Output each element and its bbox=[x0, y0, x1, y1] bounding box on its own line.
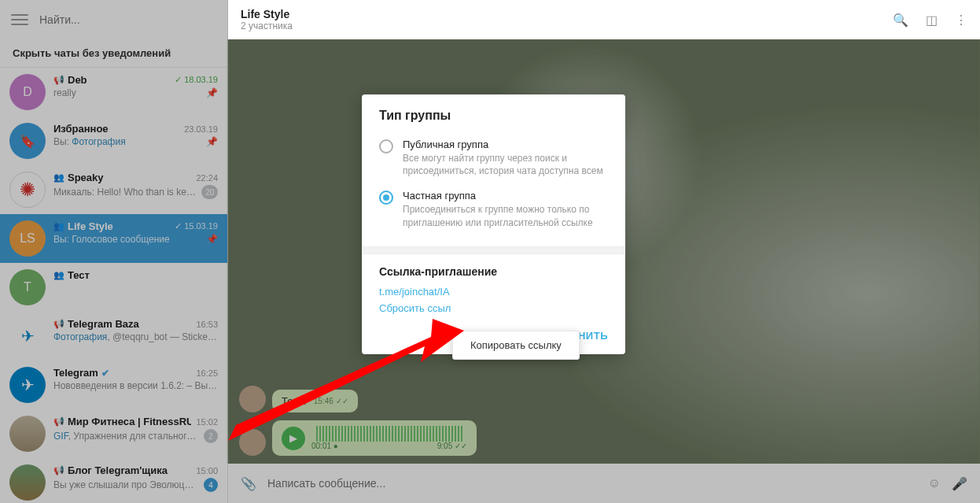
more-icon[interactable]: ⋮ bbox=[955, 13, 967, 28]
invite-link-title: Ссылка-приглашение bbox=[379, 265, 608, 278]
reset-link-button[interactable]: Сбросить ссыл bbox=[379, 302, 608, 314]
modal-title: Тип группы bbox=[362, 94, 625, 132]
radio-icon-selected bbox=[379, 190, 393, 205]
radio-public-group[interactable]: Публичная группа Все могут найти группу … bbox=[379, 132, 608, 183]
sidepanel-icon[interactable]: ◫ bbox=[926, 13, 938, 28]
chat-header-title[interactable]: Life Style bbox=[241, 8, 293, 20]
radio-private-group[interactable]: Частная группа Присоединиться к группе м… bbox=[379, 183, 608, 235]
context-menu: Копировать ссылку bbox=[452, 331, 580, 360]
chat-header: Life Style 2 участника 🔍 ◫ ⋮ bbox=[228, 0, 980, 39]
copy-link-menuitem[interactable]: Копировать ссылку bbox=[453, 331, 579, 359]
search-icon[interactable]: 🔍 bbox=[893, 13, 908, 28]
group-type-modal: Тип группы Публичная группа Все могут на… bbox=[362, 94, 625, 354]
radio-label: Частная группа bbox=[403, 190, 608, 202]
invite-link-url[interactable]: t.me/joinchat/IA bbox=[379, 286, 608, 298]
radio-description: Все могут найти группу через поиск и при… bbox=[403, 152, 608, 177]
radio-label: Публичная группа bbox=[403, 139, 608, 150]
chat-header-subtitle: 2 участника bbox=[241, 20, 293, 31]
radio-description: Присоединиться к группе можно только по … bbox=[403, 203, 608, 228]
radio-icon bbox=[379, 139, 393, 153]
